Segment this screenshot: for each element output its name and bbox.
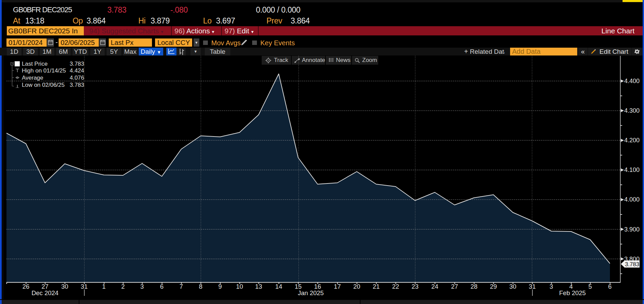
svg-text:4.300: 4.300: [624, 107, 640, 114]
svg-text:3: 3: [550, 283, 553, 290]
svg-text:3.783: 3.783: [625, 261, 639, 268]
svg-text:31: 31: [529, 283, 536, 290]
svg-text:3: 3: [140, 283, 144, 290]
svg-text:21: 21: [373, 283, 380, 290]
svg-text:9: 9: [218, 283, 222, 290]
svg-text:23: 23: [412, 283, 419, 290]
svg-text:Feb 2025: Feb 2025: [559, 289, 586, 297]
svg-text:4.400: 4.400: [624, 78, 640, 84]
svg-text:31: 31: [81, 283, 88, 290]
svg-text:30: 30: [509, 283, 517, 290]
svg-text:5: 5: [588, 283, 592, 290]
svg-text:17: 17: [334, 283, 341, 290]
svg-text:4: 4: [569, 283, 573, 290]
svg-text:10: 10: [236, 283, 243, 290]
svg-text:30: 30: [61, 283, 68, 290]
svg-text:22: 22: [392, 283, 399, 290]
svg-text:Dec 2024: Dec 2024: [31, 289, 58, 297]
svg-text:4.200: 4.200: [624, 137, 640, 144]
svg-text:27: 27: [42, 283, 49, 290]
svg-text:4.000: 4.000: [624, 196, 640, 203]
svg-text:20: 20: [353, 283, 361, 290]
svg-text:Jan 2025: Jan 2025: [298, 289, 324, 297]
svg-text:27: 27: [451, 283, 458, 290]
svg-text:6: 6: [608, 283, 612, 290]
svg-text:29: 29: [490, 283, 497, 290]
svg-text:15: 15: [295, 283, 302, 290]
svg-text:13: 13: [255, 283, 262, 290]
svg-text:3.900: 3.900: [624, 226, 640, 233]
svg-text:14: 14: [275, 283, 282, 290]
svg-text:16: 16: [314, 283, 321, 290]
svg-text:7: 7: [180, 283, 183, 290]
svg-text:24: 24: [431, 283, 439, 290]
svg-text:26: 26: [22, 283, 30, 290]
svg-text:28: 28: [471, 283, 478, 290]
svg-text:8: 8: [199, 283, 202, 290]
svg-text:6: 6: [160, 283, 164, 290]
svg-text:1: 1: [102, 283, 106, 290]
svg-text:2: 2: [121, 283, 125, 290]
svg-text:4.100: 4.100: [624, 166, 640, 173]
